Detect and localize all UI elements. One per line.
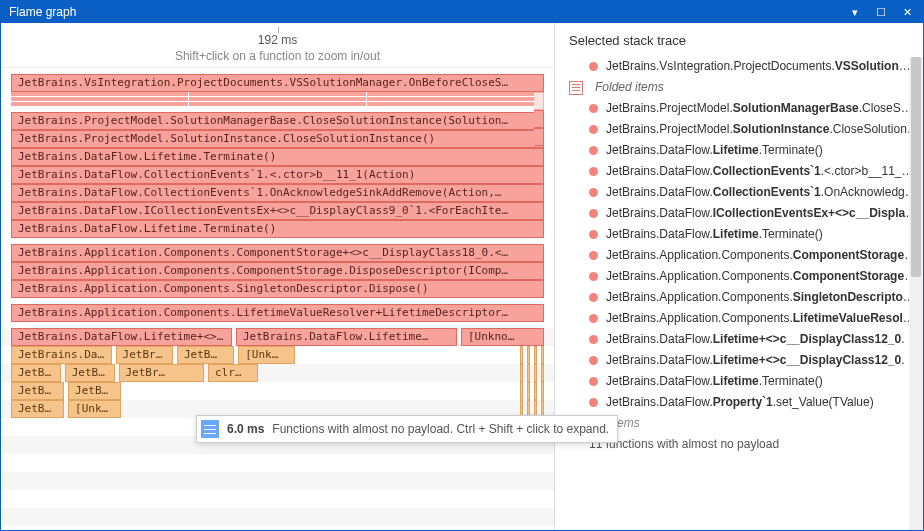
flame-frame[interactable]: JetBr… xyxy=(116,346,173,364)
bullet-icon xyxy=(589,230,598,239)
flame-frame[interactable]: JetBrains.DataFlow.Lifetime+<>… xyxy=(11,328,232,346)
flame-row: JetBrains.DataFlow.Lifetime.Terminate() xyxy=(11,148,544,166)
stack-item[interactable]: JetBrains.ProjectModel.SolutionManagerBa… xyxy=(555,98,923,119)
flame-graph[interactable]: JetBrains.VsIntegration.ProjectDocuments… xyxy=(1,68,554,530)
time-axis: 192 ms xyxy=(1,23,554,49)
flame-frame[interactable]: JetBrains.VsIntegration.ProjectDocuments… xyxy=(11,74,544,92)
stack-item[interactable]: JetBrains.DataFlow.Lifetime+<>c__Display… xyxy=(555,329,923,350)
flame-frame[interactable]: JetBr… xyxy=(65,364,115,382)
scrollbar[interactable] xyxy=(909,57,923,530)
flame-frame[interactable]: JetB… xyxy=(11,400,64,418)
tooltip: 6.0 ms Functions with almost no payload.… xyxy=(196,415,618,443)
flame-frame[interactable]: JetBrains.DataFlow.ICollectionEventsEx+<… xyxy=(11,202,544,220)
flame-frame[interactable]: JetBrains.DataFlow.Lifetime… xyxy=(236,328,457,346)
flame-row: JetBrains.DataFlow.Lif…JetBr…JetB…[Unk… xyxy=(11,346,544,364)
flame-row: JetBrains.Application.Components.Lifetim… xyxy=(11,304,544,322)
flame-frame[interactable]: JetBr… xyxy=(68,382,121,400)
flame-frame[interactable]: [Unk… xyxy=(238,346,295,364)
flame-sliver[interactable] xyxy=(520,364,523,382)
flame-frame[interactable]: JetBrains.Application.Components.Compone… xyxy=(11,244,544,262)
stack-trace-list[interactable]: JetBrains.VsIntegration.ProjectDocuments… xyxy=(555,56,923,530)
stack-item[interactable]: JetBrains.DataFlow.Lifetime.Terminate() xyxy=(555,371,923,392)
bullet-icon xyxy=(589,167,598,176)
flame-frame[interactable]: [Unkno… xyxy=(461,328,544,346)
stack-item[interactable]: JetBrains.DataFlow.Lifetime.Terminate() xyxy=(555,224,923,245)
stack-item[interactable]: JetBrains.DataFlow.CollectionEvents`1.On… xyxy=(555,182,923,203)
tooltip-text: Functions with almost no payload. Ctrl +… xyxy=(272,422,609,436)
flame-frame[interactable]: JetBrains.Application.Components.Lifetim… xyxy=(11,304,544,322)
stack-item[interactable]: JetBrains.DataFlow.Lifetime+<>c__Display… xyxy=(555,350,923,371)
flame-frame[interactable]: JetBrains.DataFlow.CollectionEvents`1.On… xyxy=(11,184,544,202)
bullet-icon xyxy=(589,293,598,302)
flame-row: JetBrains.DataFlow.ICollectionEventsEx+<… xyxy=(11,202,544,220)
window-title: Flame graph xyxy=(9,5,843,19)
stack-item[interactable]: JetBrains.DataFlow.Property`1.set_Value(… xyxy=(555,392,923,413)
time-label: 192 ms xyxy=(1,33,554,47)
flame-frame[interactable]: JetB… xyxy=(177,346,234,364)
stack-item[interactable]: JetBrains.DataFlow.Lifetime.Terminate() xyxy=(555,140,923,161)
tooltip-ms: 6.0 ms xyxy=(227,422,264,436)
flame-row: JetBrains.ProjectModel.SolutionManagerBa… xyxy=(11,112,544,130)
maximize-button[interactable]: ☐ xyxy=(869,3,893,21)
flame-frame[interactable]: clr… xyxy=(208,364,258,382)
flame-row: JetBrains.VsIntegration.ProjectDocuments… xyxy=(11,74,544,92)
bullet-icon xyxy=(589,125,598,134)
minimize-button[interactable]: ▾ xyxy=(843,3,867,21)
stack-item[interactable]: JetBrains.DataFlow.CollectionEvents`1.<.… xyxy=(555,161,923,182)
stack-item[interactable]: JetBrains.Application.Components.Singlet… xyxy=(555,287,923,308)
flame-sliver[interactable] xyxy=(520,346,523,364)
close-button[interactable]: ✕ xyxy=(895,3,919,21)
flame-row-split: JetBrains.DataFlow.Lifetime+<>… JetBrain… xyxy=(11,328,544,346)
flame-frame[interactable]: JetBrains.DataFlow.Lifetime.Terminate() xyxy=(11,220,544,238)
flame-sliver[interactable] xyxy=(527,364,530,382)
flame-row: JetBrains.Application.Components.Compone… xyxy=(11,262,544,280)
flame-row: JetBrains.DataFlow.Lifetime.Terminate() xyxy=(11,220,544,238)
collapse-icon xyxy=(201,420,219,438)
flame-frame[interactable]: JetBr… xyxy=(119,364,205,382)
fold-icon xyxy=(569,81,583,95)
stack-item[interactable]: JetBrains.DataFlow.ICollectionEventsEx+<… xyxy=(555,203,923,224)
bullet-icon xyxy=(589,398,598,407)
folded-items-header[interactable]: Folded items xyxy=(555,77,923,98)
stack-trace-panel: Selected stack trace JetBrains.VsIntegra… xyxy=(555,23,923,530)
titlebar: Flame graph ▾ ☐ ✕ xyxy=(1,1,923,23)
bullet-icon xyxy=(589,314,598,323)
flame-frame[interactable]: JetBrai… xyxy=(11,364,61,382)
flame-sliver[interactable] xyxy=(527,382,530,400)
flame-row: JetBrains.Application.Components.Singlet… xyxy=(11,280,544,298)
flame-row: JetBrains.ProjectModel.SolutionInstance.… xyxy=(11,130,544,148)
flame-frame[interactable]: JetBrains.Application.Components.Compone… xyxy=(11,262,544,280)
stack-item[interactable]: JetBrains.Application.Components.Compone… xyxy=(555,266,923,287)
flame-sliver[interactable] xyxy=(527,346,530,364)
flame-frame[interactable]: JetBrains.DataFlow.Lif… xyxy=(11,346,112,364)
bullet-icon xyxy=(589,188,598,197)
flame-row: JetBrains.Application.Components.Compone… xyxy=(11,244,544,262)
narrow-stack xyxy=(534,74,544,530)
flame-frame[interactable]: JetBrains.ProjectModel.SolutionManagerBa… xyxy=(11,112,544,130)
bullet-icon xyxy=(589,62,598,71)
flame-frame[interactable]: JetBrains.ProjectModel.SolutionInstance.… xyxy=(11,130,544,148)
bullet-icon xyxy=(589,104,598,113)
flame-panel: 192 ms Shift+click on a function to zoom… xyxy=(1,23,555,530)
bullet-icon xyxy=(589,209,598,218)
bullet-icon xyxy=(589,377,598,386)
stack-item[interactable]: JetBrains.Application.Components.Compone… xyxy=(555,245,923,266)
stack-item[interactable]: JetBrains.VsIntegration.ProjectDocuments… xyxy=(555,56,923,77)
stack-trace-title: Selected stack trace xyxy=(555,23,923,56)
flame-sliver[interactable] xyxy=(520,382,523,400)
stack-item[interactable]: JetBrains.Application.Components.Lifetim… xyxy=(555,308,923,329)
bullet-icon xyxy=(589,146,598,155)
flame-row: JetB…JetBr… xyxy=(11,382,544,400)
bullet-icon xyxy=(589,272,598,281)
flame-frame[interactable]: JetB… xyxy=(11,382,64,400)
flame-frame[interactable]: JetBrains.Application.Components.Singlet… xyxy=(11,280,544,298)
stack-item[interactable]: JetBrains.ProjectModel.SolutionInstance.… xyxy=(555,119,923,140)
bullet-icon xyxy=(589,251,598,260)
bullet-icon xyxy=(589,356,598,365)
flame-frame[interactable]: JetBrains.DataFlow.Lifetime.Terminate() xyxy=(11,148,544,166)
flame-frame[interactable]: [Unkn… xyxy=(68,400,121,418)
body: 192 ms Shift+click on a function to zoom… xyxy=(1,23,923,530)
flame-graph-window: Flame graph ▾ ☐ ✕ 192 ms Shift+click on … xyxy=(0,0,924,531)
scrollbar-thumb[interactable] xyxy=(911,57,921,277)
flame-frame[interactable]: JetBrains.DataFlow.CollectionEvents`1.<.… xyxy=(11,166,544,184)
